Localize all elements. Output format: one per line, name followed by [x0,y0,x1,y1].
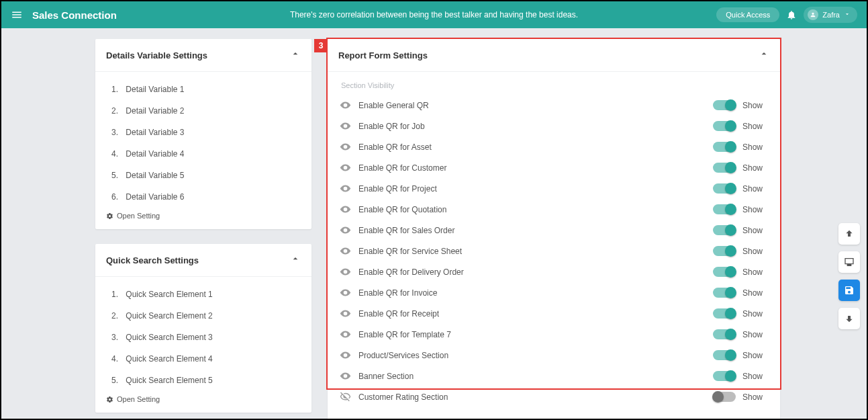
toggle-row-label: Enable QR for Invoice [358,288,694,298]
eye-icon [340,99,358,111]
toggle-switch[interactable] [713,204,736,214]
eye-icon [340,141,358,153]
quick-access-button[interactable]: Quick Access [716,7,779,22]
collapse-icon[interactable] [759,48,769,62]
show-label: Show [742,184,768,194]
scroll-down-button[interactable] [838,308,860,329]
toggle-switch[interactable] [713,329,736,339]
show-label: Show [742,288,768,298]
toggle-switch[interactable] [713,183,736,194]
show-label: Show [742,205,768,214]
visibility-toggle-row: Enable General QRShow [340,95,768,116]
hamburger-icon[interactable] [11,9,23,21]
toggle-switch[interactable] [713,100,736,110]
toggle-row-label: Enable QR for Job [358,122,694,131]
show-label: Show [742,163,768,173]
user-menu[interactable]: Zafra [804,7,857,23]
visibility-toggle-row: Enable QR for Service SheetShow [340,241,768,261]
details-open-setting[interactable]: Open Setting [106,212,301,220]
toggle-switch[interactable] [713,267,736,277]
visibility-toggle-row: Enable QR for Sales OrderShow [340,220,768,241]
collapse-icon[interactable] [290,253,301,267]
eye-icon [340,183,358,194]
visibility-toggle-row: Enable QR for ReceiptShow [340,303,768,324]
show-label: Show [742,309,768,319]
list-item[interactable]: 2. Quick Search Element 2 [106,305,301,327]
content-area: Details Variable Settings 1. Detail Vari… [1,28,867,419]
visibility-toggle-row: Enable QR for CustomerShow [340,157,768,178]
toggle-row-label: Enable QR for Service Sheet [358,247,694,256]
left-column: Details Variable Settings 1. Detail Vari… [95,39,311,419]
toggle-row-label: Enable QR for Quotation [358,205,694,214]
eye-icon [340,266,358,278]
notification-bell-icon[interactable] [786,9,797,20]
list-item[interactable]: 4. Quick Search Element 4 [106,348,301,370]
section-visibility-label: Section Visibility [341,81,768,89]
toggle-switch[interactable] [713,392,736,402]
toggle-row-label: Enable QR for Delivery Order [358,267,694,277]
list-item[interactable]: 1. Quick Search Element 1 [106,284,301,305]
list-item[interactable]: 3. Detail Variable 3 [106,122,301,143]
report-form-card: Report Form Settings Section Visibility … [328,39,780,420]
details-card-title: Details Variable Settings [106,50,207,60]
toggle-switch[interactable] [713,350,736,360]
visibility-toggle-row: Enable QR for InvoiceShow [340,282,768,303]
list-item[interactable]: 5. Detail Variable 5 [106,165,301,186]
eye-icon [340,204,358,215]
list-item[interactable]: 4. Detail Variable 4 [106,143,301,165]
toggle-switch[interactable] [713,225,736,235]
details-list: 1. Detail Variable 12. Detail Variable 2… [106,79,301,208]
visibility-toggle-row: Enable QR for QuotationShow [340,199,768,220]
toggle-switch[interactable] [713,308,736,319]
toggle-switch[interactable] [713,142,736,152]
report-card-header[interactable]: Report Form Settings [328,39,780,72]
quicksearch-list: 1. Quick Search Element 12. Quick Search… [106,284,301,391]
show-label: Show [742,101,768,110]
scroll-up-button[interactable] [838,223,860,245]
visibility-toggle-row: Enable QR for Template 7Show [340,324,768,345]
list-item[interactable]: 2. Detail Variable 2 [106,100,301,122]
show-label: Show [742,142,768,152]
toggle-row-label: Customer Rating Section [358,392,694,402]
collapse-icon[interactable] [290,48,301,62]
visibility-toggle-row: Enable QR for AssetShow [340,136,768,157]
toggle-switch[interactable] [713,371,736,381]
visibility-toggle-row: Enable QR for ProjectShow [340,178,768,199]
monitor-button[interactable] [838,251,860,273]
quick-search-card: Quick Search Settings 1. Quick Search El… [95,244,311,413]
eye-icon [340,287,358,298]
details-variable-card: Details Variable Settings 1. Detail Vari… [95,39,311,229]
toggle-row-label: Enable QR for Asset [358,142,694,152]
eye-icon [340,308,358,319]
toggle-switch[interactable] [713,163,736,173]
quicksearch-open-setting[interactable]: Open Setting [106,395,301,403]
toggle-switch[interactable] [713,288,736,298]
list-item[interactable]: 6. Detail Variable 6 [106,186,301,208]
right-column: 3 Report Form Settings Section Visibilit… [328,39,780,419]
user-name: Zafra [822,11,840,19]
show-label: Show [742,351,768,360]
toggle-row-label: Enable QR for Template 7 [358,330,694,339]
eye-icon [340,224,358,236]
eye-off-icon [340,391,358,403]
visibility-toggle-row: Product/Services SectionShow [340,345,768,366]
details-card-header[interactable]: Details Variable Settings [95,39,311,72]
list-item[interactable]: 1. Detail Variable 1 [106,79,301,100]
list-item[interactable]: 3. Quick Search Element 3 [106,327,301,348]
eye-icon [340,329,358,340]
toggle-rows-container: Enable General QRShowEnable QR for JobSh… [340,95,768,407]
toggle-switch[interactable] [713,246,736,256]
visibility-toggle-row: Banner SectionShow [340,366,768,386]
toggle-switch[interactable] [713,121,736,131]
toggle-row-label: Enable General QR [358,101,694,110]
show-label: Show [742,247,768,256]
toggle-row-label: Enable QR for Receipt [358,309,694,319]
save-button[interactable] [838,280,860,301]
eye-icon [340,120,358,132]
list-item[interactable]: 5. Quick Search Element 5 [106,370,301,391]
chevron-down-icon [844,11,851,19]
brand-title: Sales Connection [32,9,117,21]
quicksearch-card-header[interactable]: Quick Search Settings [95,244,311,277]
topbar: Sales Connection There's zero correlatio… [1,1,867,28]
eye-icon [340,370,358,382]
